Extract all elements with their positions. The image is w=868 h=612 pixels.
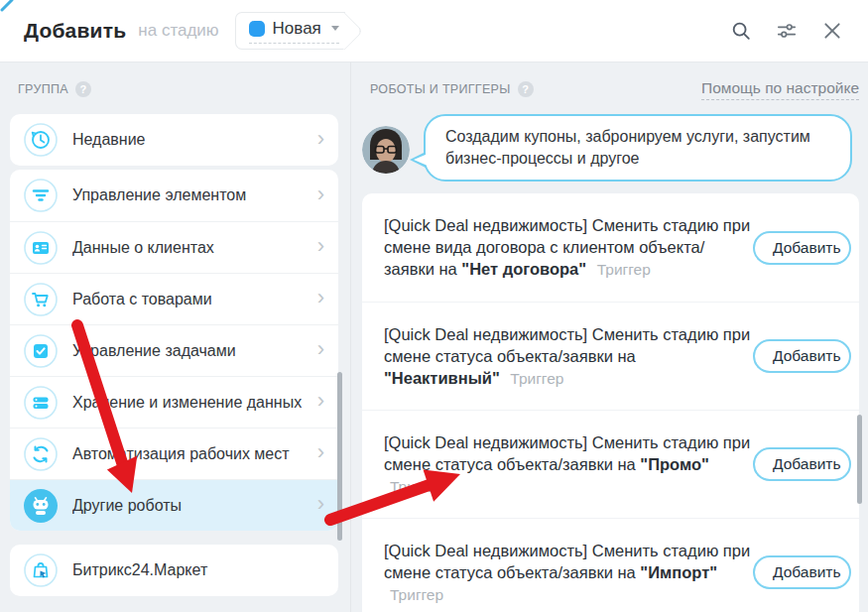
stage-name: Новая [273,19,321,39]
main-scrollbar[interactable] [857,415,862,504]
chevron-right-icon: › [317,338,324,363]
assistant-hint: Создадим купоны, забронируем услуги, зап… [362,114,859,182]
group-sidebar: ГРУППА ? Недавние › [0,62,350,612]
trigger-stage-value: "Промо" [640,455,709,473]
trigger-type-badge: Триггер [390,586,443,603]
add-automation-dialog: Добавить на стадию Новая [0,0,868,612]
funnel-icon [24,179,58,212]
chevron-right-icon: › [317,128,324,153]
trigger-type-badge: Триггер [390,478,443,495]
close-icon [822,21,842,41]
sidebar-item-recent[interactable]: Недавние › [10,114,338,166]
market-bag-icon [24,553,58,587]
contact-card-icon [24,231,58,265]
trigger-title: [Quick Deal недвижимость] Сменить стадию… [384,325,750,365]
chevron-right-icon: › [317,287,324,311]
sidebar-item-label: Хранение и изменение данных [72,394,317,412]
sidebar-item-element-management[interactable]: Управление элементом › [10,170,338,221]
chevron-right-icon: › [317,184,324,208]
chevron-right-icon: › [317,493,324,518]
trigger-type-badge: Триггер [597,261,651,278]
task-check-icon [24,334,58,368]
sidebar-item-bitrix-market[interactable]: Битрикс24.Маркет › [10,545,338,596]
settings-button[interactable] [775,19,799,43]
sidebar-item-label: Недавние [72,131,317,149]
assistant-bubble: Создадим купоны, забронируем услуги, зап… [424,114,852,182]
automation-icon [24,437,58,471]
search-button[interactable] [729,19,753,43]
trigger-row-promo: [Quick Deal недвижимость] Сменить стадию… [362,410,859,518]
sidebar-scrollbar[interactable] [337,372,342,541]
sidebar-item-label: Автоматизация рабочих мест [72,445,317,463]
storage-icon [24,386,58,420]
robot-icon [24,489,58,523]
trigger-row-import: [Quick Deal недвижимость] Сменить стадию… [362,518,859,612]
sidebar-item-label: Битрикс24.Маркет [72,561,317,579]
assistant-message: Создадим купоны, забронируем услуги, зап… [445,126,830,170]
sidebar-item-task-management[interactable]: Управление задачами › [10,324,338,376]
sidebar-item-other-robots[interactable]: Другие роботы › [10,479,338,531]
dialog-header: Добавить на стадию Новая [0,0,868,62]
chevron-right-icon: › [317,390,324,415]
page-subtitle: на стадию [138,21,218,41]
sidebar-item-label: Управление элементом [72,186,317,204]
group-help-icon[interactable]: ? [75,81,91,97]
trigger-type-badge: Триггер [510,370,563,387]
add-trigger-button[interactable]: Добавить [753,447,851,481]
trigger-stage-value: "Нет договора" [461,260,586,278]
add-trigger-button[interactable]: Добавить [753,339,851,373]
trigger-row-inactive: [Quick Deal недвижимость] Сменить стадию… [362,302,859,410]
robots-section-label: РОБОТЫ И ТРИГГЕРЫ [370,82,511,96]
trigger-row-no-contract: [Quick Deal недвижимость] Сменить стадию… [362,193,859,302]
add-trigger-button[interactable]: Добавить [753,555,851,589]
sidebar-item-label: Другие роботы [72,497,317,515]
history-icon [24,123,58,157]
close-button[interactable] [820,19,844,43]
sidebar-section-label: ГРУППА [18,82,68,96]
sidebar-item-workplace-automation[interactable]: Автоматизация рабочих мест › [10,428,338,479]
sidebar-item-data-storage[interactable]: Хранение и изменение данных › [10,376,338,428]
trigger-stage-value: "Импорт" [640,563,717,581]
search-icon [730,20,752,42]
trigger-list: [Quick Deal недвижимость] Сменить стадию… [362,193,859,612]
robots-panel: РОБОТЫ И ТРИГГЕРЫ ? Помощь по настройке [350,62,868,612]
sidebar-item-products[interactable]: Работа с товарами › [10,273,338,324]
sliders-icon [776,20,798,42]
chevron-right-icon: › [317,441,324,466]
setup-help-link[interactable]: Помощь по настройке [701,79,859,100]
sidebar-item-label: Управление задачами [72,342,317,360]
panel-divider [350,62,351,612]
page-title: Добавить [24,19,126,43]
avatar [362,126,410,174]
cart-icon [24,283,58,316]
chevron-right-icon: › [317,235,324,260]
chevron-down-icon [331,26,339,31]
sidebar-item-label: Данные о клиентах [72,239,317,257]
trigger-stage-value: "Неактивный" [384,369,500,387]
add-trigger-button[interactable]: Добавить [753,231,851,265]
stage-color-swatch [249,21,265,37]
sidebar-item-label: Работа с товарами [72,291,317,308]
robots-help-icon[interactable]: ? [518,81,534,97]
sidebar-item-client-data[interactable]: Данные о клиентах › [10,221,338,273]
stage-selector[interactable]: Новая [235,12,345,50]
